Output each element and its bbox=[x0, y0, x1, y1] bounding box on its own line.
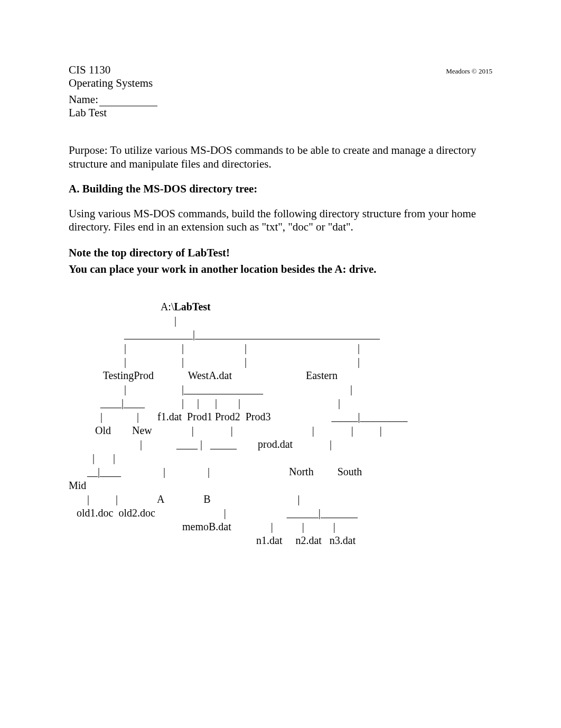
tree-line: | | A B | bbox=[69, 493, 300, 505]
tree-line: Mid bbox=[69, 480, 86, 491]
tree-line: _____________|__________________________… bbox=[69, 328, 380, 340]
tree-root: A:\LabTest bbox=[69, 301, 211, 312]
labtest-line: Lab Test bbox=[69, 106, 492, 119]
directory-tree-diagram: A:\LabTest | _____________|_____________… bbox=[69, 286, 492, 561]
tree-line: TestingProd WestA.dat Eastern bbox=[69, 370, 338, 381]
tree-line: Old New | | | | | bbox=[69, 425, 382, 436]
subject-line: Operating Systems bbox=[69, 77, 492, 90]
tree-line: | | f1.dat Prod1 Prod2 Prod3 _____|_____… bbox=[69, 411, 407, 422]
purpose-paragraph: Purpose: To utilize various MS-DOS comma… bbox=[69, 144, 492, 170]
tree-line: __|____ | | North South bbox=[69, 466, 362, 477]
name-label: Name: bbox=[69, 93, 98, 106]
name-blank[interactable] bbox=[99, 96, 157, 106]
header-row: CIS 1130 Meadors © 2015 bbox=[69, 63, 492, 77]
name-line: Name: bbox=[69, 93, 492, 106]
tree-line: n1.dat n2.dat n3.dat bbox=[69, 535, 356, 546]
tree-line: | | | | bbox=[69, 342, 360, 354]
tree-line: | | | | bbox=[69, 356, 360, 367]
note-line-1: Note the top directory of LabTest! bbox=[69, 246, 492, 260]
section-a-paragraph: Using various MS-DOS commands, build the… bbox=[69, 207, 492, 234]
tree-line: | | bbox=[69, 452, 115, 464]
course-code: CIS 1130 bbox=[69, 63, 110, 77]
tree-line: memoB.dat | | | bbox=[69, 521, 335, 532]
copyright-text: Meadors © 2015 bbox=[446, 67, 492, 76]
tree-line: ____|____ | | | | | bbox=[69, 397, 340, 409]
document-page: CIS 1130 Meadors © 2015 Operating System… bbox=[0, 0, 561, 728]
tree-line: | ____ | _____ prod.dat | bbox=[69, 438, 332, 450]
section-a-heading: A. Building the MS-DOS directory tree: bbox=[69, 182, 492, 196]
tree-line: old1.doc old2.doc | ______|_______ bbox=[69, 507, 358, 519]
tree-line: | |_______________ | bbox=[69, 383, 352, 395]
tree-line: | bbox=[69, 315, 176, 326]
note-line-2: You can place your work in another locat… bbox=[69, 263, 492, 276]
